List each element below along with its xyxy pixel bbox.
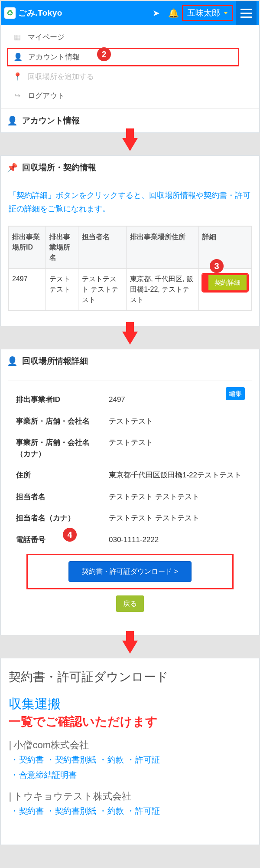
hamburger-menu[interactable] — [236, 1, 257, 25]
send-icon[interactable]: ➤ — [147, 7, 165, 20]
user-icon: 👤 — [7, 114, 18, 127]
brand-text: ごみ.Tokyo — [18, 7, 62, 20]
download-button-highlight: 契約書・許可証ダウンロード > — [26, 554, 234, 589]
doc-link[interactable]: 合意締結証明書 — [19, 769, 77, 782]
user-menu-trigger[interactable]: 五味太郎 — [182, 5, 233, 21]
kv-row: 事業所・店舗・会社名 テストテスト — [16, 411, 244, 432]
kv-val: 東京都千代田区飯田橋1-22テストテスト — [109, 470, 244, 481]
pin-icon: 📌 — [7, 161, 18, 174]
kv-val: テストテスト テストテスト — [109, 491, 244, 503]
section-title: 回収場所・契約情報 — [22, 161, 96, 174]
pin-icon: 📍 — [13, 71, 22, 82]
kv-val: テストテスト テストテスト — [109, 513, 244, 524]
user-name: 五味太郎 — [187, 7, 220, 20]
user-icon: 👤 — [13, 52, 22, 63]
kv-key: 事業所・店舗・会社名 — [16, 416, 103, 427]
panel-account-dropdown: ♻ ごみ.Tokyo ➤ 🔔 五味太郎 1 ▦ マイページ 👤 アカウント情報 … — [0, 0, 260, 133]
kv-val: テストテスト — [109, 416, 244, 427]
bell-icon[interactable]: 🔔 — [165, 7, 182, 20]
dropdown-label: アカウント情報 — [28, 52, 80, 63]
kv-key: 住所 — [16, 470, 103, 481]
chevron-down-icon — [224, 12, 228, 14]
dropdown-item-mypage[interactable]: ▦ マイページ — [1, 28, 259, 47]
kv-row: 電話番号 030-1111-2222 — [16, 529, 244, 551]
panel-download-list: 契約書・許可証ダウンロード 収集運搬 一覧でご確認いただけます || 小僧com… — [0, 658, 260, 845]
overlay-message: 一覧でご確認いただけます — [9, 713, 251, 731]
kv-row: 担当者名（カナ） テストテスト テストテスト — [16, 507, 244, 529]
panel-contract-list: 📌 回収場所・契約情報 「契約詳細」ボタンをクリックすると、回収場所情報や契約書… — [0, 155, 260, 326]
table-row: 2497 テストテスト テストテスト テストテスト 東京都, 千代田区, 飯田橋… — [9, 269, 252, 311]
cell-staff: テストテスト テストテスト — [78, 269, 127, 311]
callout-2: 2 — [97, 47, 111, 61]
doc-link[interactable]: 許可証 — [135, 805, 160, 818]
dropdown-item-logout[interactable]: ↪ ログアウト — [1, 86, 259, 105]
kv-val: 2497 — [109, 394, 244, 405]
bars-icon: || — [9, 789, 10, 803]
dropdown-label: ログアウト — [28, 90, 65, 102]
cell-name: テストテスト — [46, 269, 78, 311]
section-header-detail: 👤 回収場所情報詳細 — [1, 349, 259, 373]
kv-key: 事業所・店舗・会社名（カナ） — [16, 437, 103, 459]
cell-detail: 契約詳細 — [198, 269, 251, 311]
user-dropdown: ▦ マイページ 👤 アカウント情報 2 📍 回収場所を追加する ↪ ログアウト — [1, 25, 259, 108]
kv-key: 担当者名 — [16, 491, 103, 503]
kv-row: 排出事業者ID 2497 — [16, 389, 244, 411]
section-title: アカウント情報 — [22, 115, 80, 127]
doc-links: ・契約書 ・契約書別紙 ・約款 ・許可証 — [9, 803, 251, 819]
download-subtitle: 収集運搬 — [9, 694, 251, 713]
user-icon: 👤 — [7, 355, 18, 368]
doc-links: ・契約書 ・契約書別紙 ・約款 ・許可証 — [9, 752, 251, 767]
bars-icon: || — [9, 738, 10, 752]
arrow-down-icon — [122, 332, 138, 345]
section-header-contract: 📌 回収場所・契約情報 — [1, 156, 259, 179]
logout-icon: ↪ — [13, 90, 22, 102]
doc-links: ・合意締結証明書 — [9, 767, 251, 783]
dashboard-icon: ▦ — [13, 32, 22, 43]
doc-link[interactable]: 約款 — [107, 805, 124, 818]
contract-detail-button[interactable]: 契約詳細 — [202, 274, 248, 292]
doc-link[interactable]: 許可証 — [135, 754, 160, 766]
kv-val: テストテスト — [109, 437, 244, 459]
dropdown-item-account[interactable]: 👤 アカウント情報 — [7, 48, 239, 67]
edit-button[interactable]: 編集 — [226, 387, 245, 400]
dropdown-label: 回収場所を追加する — [28, 71, 94, 82]
doc-link[interactable]: 契約書 — [19, 754, 44, 766]
trash-icon: ♻ — [4, 7, 16, 19]
doc-link[interactable]: 契約書別紙 — [55, 754, 96, 766]
kv-key: 電話番号 — [16, 534, 103, 546]
doc-link[interactable]: 契約書 — [19, 805, 44, 818]
col-name: 排出事業場所名 — [46, 227, 78, 269]
callout-3: 3 — [210, 259, 224, 273]
company-name: 小僧com株式会社 — [13, 738, 89, 752]
download-list: 契約書・許可証ダウンロード 収集運搬 一覧でご確認いただけます || 小僧com… — [1, 658, 259, 845]
kv-val: 030-1111-2222 — [109, 534, 244, 546]
cell-id: 2497 — [9, 269, 46, 311]
detail-block: 編集 排出事業者ID 2497 事業所・店舗・会社名 テストテスト 事業所・店舗… — [8, 381, 252, 620]
col-id: 排出事業場所ID — [9, 227, 46, 269]
dropdown-label: マイページ — [28, 32, 65, 43]
col-detail: 詳細 — [198, 227, 251, 269]
company-row: || 小僧com株式会社 — [9, 738, 251, 752]
col-staff: 担当者名 — [78, 227, 127, 269]
col-addr: 排出事業場所住所 — [127, 227, 199, 269]
callout-4: 4 — [63, 528, 77, 542]
cell-addr: 東京都, 千代田区, 飯田橋1-22, テストテスト — [127, 269, 199, 311]
section-title: 回収場所情報詳細 — [22, 355, 88, 368]
kv-row: 担当者名 テストテスト テストテスト — [16, 486, 244, 508]
panel-location-detail: 👤 回収場所情報詳細 編集 排出事業者ID 2497 事業所・店舗・会社名 テス… — [0, 349, 260, 635]
kv-key: 排出事業者ID — [16, 394, 103, 405]
company-name: トウキョウテスト株式会社 — [13, 789, 131, 803]
arrow-down-icon — [122, 641, 138, 654]
doc-link[interactable]: 契約書別紙 — [55, 805, 96, 818]
doc-link[interactable]: 約款 — [107, 754, 124, 766]
download-title: 契約書・許可証ダウンロード — [9, 668, 251, 686]
back-button[interactable]: 戻る — [116, 595, 144, 612]
kv-row: 住所 東京都千代田区飯田橋1-22テストテスト — [16, 464, 244, 486]
kv-row: 事業所・店舗・会社名（カナ） テストテスト — [16, 432, 244, 464]
download-contract-button[interactable]: 契約書・許可証ダウンロード > — [68, 561, 192, 582]
company-row: || トウキョウテスト株式会社 — [9, 789, 251, 803]
kv-key: 担当者名（カナ） — [16, 513, 103, 524]
brand[interactable]: ♻ ごみ.Tokyo — [4, 7, 62, 20]
arrow-down-icon — [122, 138, 138, 151]
dropdown-item-add-location[interactable]: 📍 回収場所を追加する — [1, 67, 259, 86]
